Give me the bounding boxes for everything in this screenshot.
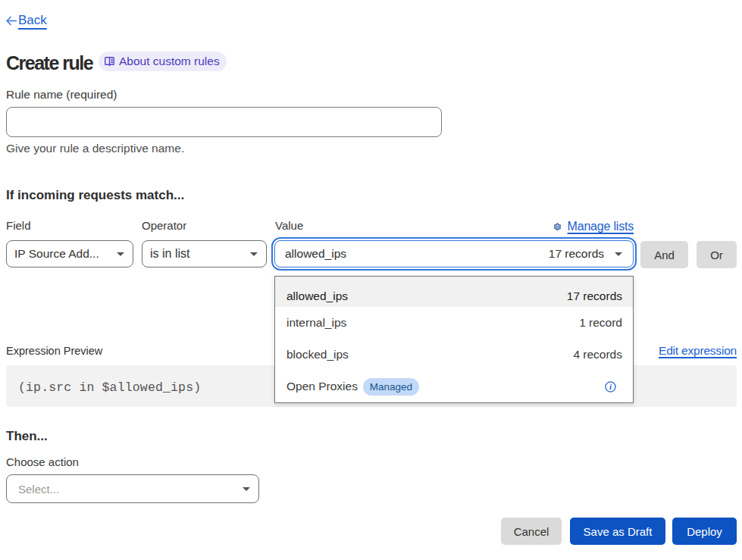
svg-text:i: i: [609, 382, 612, 391]
